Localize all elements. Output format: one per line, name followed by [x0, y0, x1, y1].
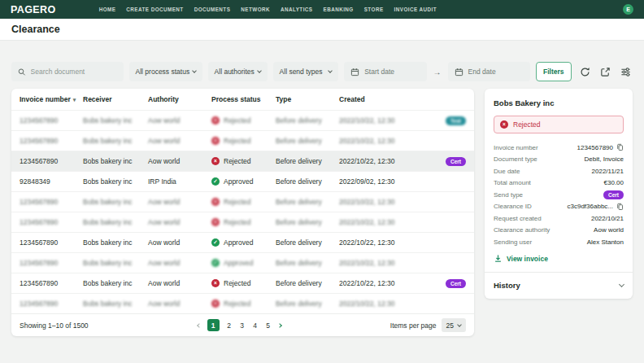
top-nav: PAGERO HOMECREATE DOCUMENTDOCUMENTSNETWO…	[0, 0, 644, 19]
filters-button[interactable]: Filters	[536, 62, 572, 81]
send-types-dropdown[interactable]: All send types	[273, 62, 339, 81]
process-status-cell: ×Rejected	[211, 218, 276, 226]
detail-field-label: Request created	[494, 215, 542, 222]
authority-cell: IRP India	[148, 177, 211, 186]
process-status-dropdown[interactable]: All process status	[129, 62, 202, 81]
chevron-down-icon	[257, 68, 262, 73]
prev-page-icon[interactable]	[197, 323, 202, 328]
date-range-arrow-icon: →	[433, 68, 442, 77]
detail-title: Bobs Bakery inc	[494, 98, 624, 107]
nav-item-documents[interactable]: DOCUMENTS	[194, 7, 231, 12]
copy-icon[interactable]	[616, 203, 624, 211]
nav-menu: HOMECREATE DOCUMENTDOCUMENTSNETWORKANALY…	[99, 7, 437, 12]
nav-item-store[interactable]: STORE	[364, 7, 384, 12]
receiver-cell: Bobs bakery inc	[83, 238, 148, 247]
approved-icon: ✓	[211, 177, 220, 186]
send-type-badge: Cert	[446, 157, 466, 166]
column-header-invoice-number[interactable]: Invoice number▾	[20, 95, 83, 103]
table-row[interactable]: 1234567890Bobs bakery incAow world×Rejec…	[11, 191, 474, 212]
created-cell: 2022/10/22, 12:30	[339, 198, 420, 206]
detail-field-value: 2022/10/21	[591, 215, 624, 222]
invoice-number-cell: 1234567890	[20, 238, 83, 247]
detail-field: Document typeDebit, Invoice	[494, 154, 624, 166]
calendar-icon	[455, 68, 463, 77]
created-cell: 2022/10/22, 12:30	[339, 218, 420, 226]
pagero-logo: PAGERO	[11, 4, 56, 15]
table-header: Invoice number▾ Receiver Authority Proce…	[11, 89, 474, 110]
start-date-field[interactable]: Start date	[344, 62, 426, 81]
detail-field-label: Clearance authority	[494, 226, 550, 234]
table-row[interactable]: 1234567890Bobs bakery incAow world×Rejec…	[11, 151, 474, 171]
page-button-1[interactable]: 1	[207, 319, 220, 331]
detail-field-value: Alex Stanton	[587, 238, 624, 246]
process-status-cell: ✓Approved	[211, 238, 276, 247]
table-settings-button[interactable]	[620, 65, 633, 79]
receiver-cell: Bobs bakery inc	[83, 198, 148, 206]
end-date-field[interactable]: End date	[448, 62, 530, 81]
created-cell: 2022/10/22, 12:30	[339, 116, 420, 125]
detail-field-label: Total amount	[494, 179, 531, 186]
detail-field-value: €30.00	[604, 179, 624, 186]
detail-field-label: Due date	[494, 168, 520, 175]
search-field[interactable]	[11, 62, 124, 81]
nav-item-analytics[interactable]: ANALYTICS	[281, 7, 313, 12]
authorities-dropdown[interactable]: All authorites	[208, 62, 268, 81]
page-button-5[interactable]: 5	[265, 321, 272, 330]
refresh-button[interactable]	[579, 65, 592, 79]
chevron-down-icon	[619, 281, 624, 286]
detail-field: Send typeCert	[494, 189, 624, 201]
table-row[interactable]: 1234567890Bobs bakery incAow world×Rejec…	[11, 212, 474, 232]
page-button-2[interactable]: 2	[226, 321, 233, 330]
table-row[interactable]: 1234567890Bobs bakery incAow world×Rejec…	[11, 273, 474, 293]
column-header-type[interactable]: Type	[276, 95, 339, 103]
table-row[interactable]: 1234567890Bobs bakery incAow world✓Appro…	[11, 252, 474, 273]
table-row[interactable]: 1234567890Bobs bakery incAow world×Rejec…	[11, 130, 474, 151]
column-header-receiver[interactable]: Receiver	[83, 95, 148, 103]
rejected-alert-label: Rejected	[513, 120, 541, 129]
detail-field-label: Document type	[494, 155, 537, 163]
nav-item-home[interactable]: HOME	[99, 7, 116, 12]
type-cell: Before delivery	[276, 238, 339, 247]
history-toggle[interactable]: History	[494, 273, 624, 299]
search-input[interactable]	[31, 68, 117, 76]
detail-field-value: 2022/11/21	[592, 168, 624, 175]
approved-icon: ✓	[211, 259, 220, 267]
nav-item-invoice-audit[interactable]: INVOICE AUDIT	[394, 7, 437, 12]
detail-field-value: Debit, Invoice	[585, 155, 624, 163]
page-numbers: 12345	[207, 319, 272, 331]
process-status-cell: ×Rejected	[211, 137, 276, 145]
detail-field: Sending userAlex Stanton	[494, 236, 624, 248]
detail-field: Clearance IDc3c9df36abbc...	[494, 201, 624, 213]
invoice-number-cell: 1234567890	[20, 198, 83, 206]
column-header-authority[interactable]: Authority	[148, 95, 211, 103]
table-row[interactable]: 1234567890Bobs bakery incAow world×Rejec…	[11, 110, 474, 130]
send-type-badge: Cert	[603, 190, 624, 199]
search-icon	[18, 68, 26, 77]
export-button[interactable]	[599, 65, 612, 79]
authority-cell: Aow world	[148, 279, 211, 287]
items-per-page-select[interactable]: 25	[442, 318, 466, 332]
receiver-cell: Bobs bakery inc	[83, 116, 148, 125]
table-row[interactable]: 1234567890Bobs bakery incAow world×Rejec…	[11, 293, 474, 313]
process-status-cell: ✓Approved	[211, 177, 276, 186]
receiver-cell: Bobs bakery inc	[83, 279, 148, 287]
table-row[interactable]: 92848349Bobs bakery incIRP India✓Approve…	[11, 171, 474, 191]
next-page-icon[interactable]	[277, 323, 282, 328]
nav-item-network[interactable]: NETWORK	[241, 7, 270, 12]
column-header-created[interactable]: Created	[339, 95, 420, 103]
page-button-4[interactable]: 4	[252, 321, 259, 330]
rejected-alert: × Rejected	[494, 116, 624, 133]
copy-icon[interactable]	[616, 143, 624, 151]
chevron-down-icon	[192, 68, 197, 73]
showing-count: Showing 1–10 of 1500	[20, 321, 89, 330]
nav-item-ebanking[interactable]: EBANKING	[324, 7, 354, 12]
view-invoice-link[interactable]: View invoice	[494, 252, 624, 265]
user-avatar[interactable]: E	[623, 4, 633, 15]
rejected-icon: ×	[211, 300, 220, 308]
table-row[interactable]: 1234567890Bobs bakery incAow world✓Appro…	[11, 232, 474, 252]
page-button-3[interactable]: 3	[239, 321, 246, 330]
nav-item-create-document[interactable]: CREATE DOCUMENT	[126, 7, 183, 12]
column-header-process-status[interactable]: Process status	[211, 95, 276, 103]
title-bar: Clearance	[0, 19, 644, 41]
authorities-label: All authorites	[215, 68, 255, 76]
